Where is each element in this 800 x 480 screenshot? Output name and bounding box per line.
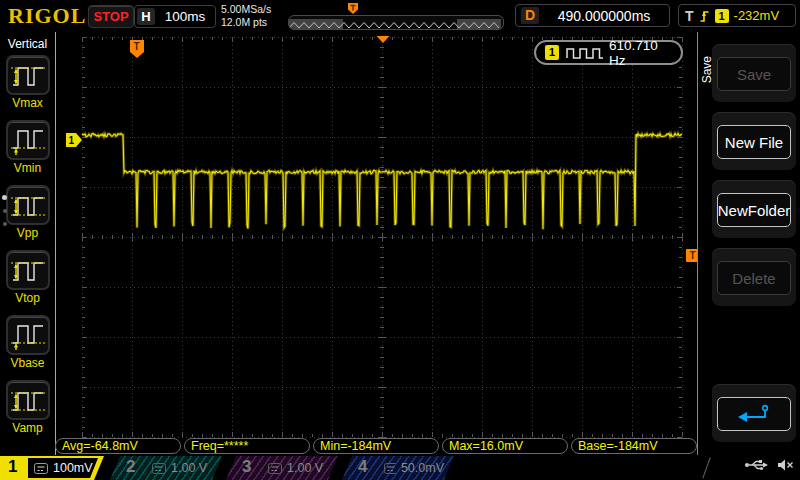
- dc-coupling-icon: [34, 463, 48, 474]
- oscilloscope-screen: 1TT RIGOL STOP H 100ms 5.00MSa/s 12.0M p…: [0, 0, 800, 480]
- horizontal-label: H: [137, 8, 155, 25]
- menu-item-delete[interactable]: Delete: [712, 248, 796, 306]
- measurement-avg[interactable]: Avg=-64.8mV: [55, 438, 181, 454]
- rising-edge-icon: [699, 8, 710, 23]
- measurement-bar: Avg=-64.8mV Freq=***** Min=-184mV Max=16…: [55, 438, 697, 454]
- left-menu-title: Vertical: [0, 37, 55, 51]
- menu-item-back[interactable]: [712, 384, 796, 442]
- menu-page-dots: [2, 195, 7, 226]
- page-dot: [2, 195, 7, 200]
- channel-number: 4: [358, 457, 367, 477]
- left-menu-item-vtop[interactable]: Vtop: [6, 250, 50, 306]
- left-menu-label: Vamp: [6, 420, 50, 436]
- delay-badge[interactable]: D 490.000000ms: [515, 4, 670, 27]
- trigger-source-badge: 1: [715, 9, 729, 23]
- channel-scale: 50.0mV: [401, 461, 444, 475]
- acquisition-info: 5.00MSa/s 12.0M pts: [221, 3, 271, 29]
- run-state-badge[interactable]: STOP: [88, 5, 134, 28]
- left-menu-item-vmin[interactable]: Vmin: [6, 120, 50, 176]
- left-menu-label: Vbase: [6, 355, 50, 371]
- return-arrow-icon: [717, 397, 791, 431]
- channel-1-block[interactable]: 1 100mV: [0, 456, 104, 480]
- svg-text:T: T: [690, 250, 696, 261]
- trigger-label: T: [685, 8, 694, 24]
- channel-number: 1: [8, 457, 17, 477]
- preview-trigger-marker-icon[interactable]: [347, 2, 359, 15]
- channel-number: 3: [242, 457, 251, 477]
- waveform-preview-strip[interactable]: [288, 15, 504, 30]
- left-menu-vertical: Vertical Vmax Vmin Vpp: [0, 32, 56, 455]
- channel-3-block[interactable]: 3 1.00 V: [226, 456, 338, 480]
- left-menu-label: Vtop: [6, 290, 50, 306]
- left-menu-item-vamp[interactable]: Vamp: [6, 380, 50, 436]
- menu-item-label: Save: [717, 57, 791, 91]
- menu-item-new-folder[interactable]: NewFolder: [712, 180, 796, 238]
- measurement-base[interactable]: Base=-184mV: [571, 438, 697, 454]
- waveform-display: 1TT: [0, 0, 800, 480]
- memory-depth: 12.0M pts: [221, 16, 271, 29]
- menu-item-label: Delete: [717, 261, 791, 295]
- channel-4-block[interactable]: 4 50.0mV: [342, 456, 454, 480]
- menu-item-label: New File: [717, 125, 791, 159]
- svg-text:T: T: [134, 41, 140, 52]
- left-menu-label: Vmin: [6, 160, 50, 176]
- square-wave-icon: [565, 46, 603, 60]
- timebase-value: 100ms: [155, 9, 215, 24]
- menu-item-save[interactable]: Save: [712, 44, 796, 102]
- dc-coupling-icon: [384, 463, 396, 474]
- delay-value: 490.000000ms: [547, 8, 669, 24]
- left-menu-item-vmax[interactable]: Vmax: [6, 55, 50, 111]
- vbase-icon: [6, 315, 50, 355]
- vtop-icon: [6, 250, 50, 290]
- vmin-icon: [6, 120, 50, 160]
- left-menu-item-vpp[interactable]: Vpp: [6, 185, 50, 241]
- usb-icon: [744, 458, 768, 472]
- freq-counter-channel-badge: 1: [545, 45, 559, 60]
- menu-item-empty: [712, 316, 796, 374]
- channel-scale: 1.00 V: [171, 461, 207, 475]
- channel-2-block[interactable]: 2 1.00 V: [110, 456, 222, 480]
- freq-counter-value: 610.710 Hz: [609, 38, 672, 68]
- vpp-icon: [6, 185, 50, 225]
- right-menu-save: Save Save New File NewFolder Delete: [697, 32, 800, 455]
- left-menu-label: Vpp: [6, 225, 50, 241]
- left-menu-label: Vmax: [6, 95, 50, 111]
- measurement-freq[interactable]: Freq=*****: [184, 438, 310, 454]
- timebase-badge[interactable]: H 100ms: [134, 5, 216, 28]
- dc-coupling-icon: [268, 463, 282, 474]
- rigol-logo: RIGOL: [8, 3, 86, 29]
- svg-text:1: 1: [69, 135, 75, 146]
- channel-scale: 100mV: [53, 461, 93, 475]
- measurement-min[interactable]: Min=-184mV: [313, 438, 439, 454]
- trigger-badge[interactable]: T 1 -232mV: [678, 4, 796, 27]
- channel-bar: 1 100mV 2 1.00 V 3: [0, 456, 800, 480]
- measurement-max[interactable]: Max=16.0mV: [442, 438, 568, 454]
- preview-waveform: [289, 19, 501, 30]
- vamp-icon: [6, 380, 50, 420]
- vmax-icon: [6, 55, 50, 95]
- channel-number: 2: [126, 457, 135, 477]
- menu-item-label: NewFolder: [717, 193, 791, 227]
- delay-label: D: [521, 7, 539, 24]
- dc-coupling-icon: [152, 463, 166, 474]
- left-menu-item-vbase[interactable]: Vbase: [6, 315, 50, 371]
- speaker-muted-icon: [777, 458, 794, 472]
- page-dot: [3, 209, 7, 213]
- trigger-level-value: -232mV: [734, 8, 780, 23]
- page-dot: [3, 222, 7, 226]
- menu-item-new-file[interactable]: New File: [712, 112, 796, 170]
- status-icons: [744, 458, 794, 472]
- freq-counter-badge: 1 610.710 Hz: [534, 40, 683, 65]
- channel-scale: 1.00 V: [287, 461, 323, 475]
- sample-rate: 5.00MSa/s: [221, 3, 271, 16]
